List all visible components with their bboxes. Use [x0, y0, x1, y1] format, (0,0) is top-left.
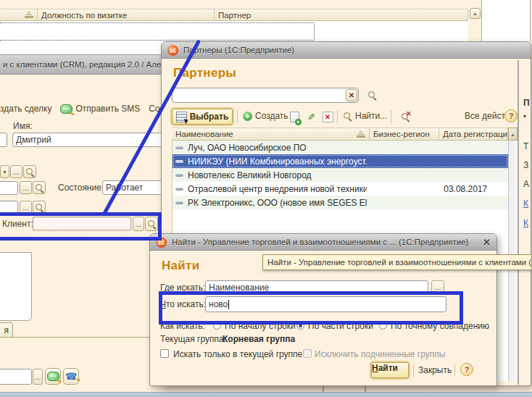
phone-icon: ☎: [65, 372, 77, 381]
partner-date: 03.08.2017: [439, 184, 508, 194]
right-fragment: З: [523, 160, 528, 170]
right-panel-clipped: П Т З А К К: [519, 60, 530, 385]
search-icon: [25, 167, 35, 177]
partner-name: Новотелекс Великий Новгород: [188, 170, 367, 180]
help-button[interactable]: ?: [504, 109, 518, 122]
partners-window-title: Партнеры (1С:Предприятие): [183, 46, 525, 54]
ellipsis-label: ...: [22, 204, 28, 212]
checkbox-current-group-label[interactable]: Искать только в текущей группе: [173, 349, 302, 359]
column-header-date[interactable]: Дата регистрации: [439, 128, 508, 141]
send-sms-button[interactable]: Отправить SMS: [60, 104, 140, 114]
find-button[interactable]: Найти...: [343, 111, 387, 121]
bg-bottom-input[interactable]: [0, 369, 32, 385]
search-button[interactable]: [23, 165, 36, 178]
column-header-name[interactable]: Наименование: [172, 128, 370, 141]
close-button[interactable]: ✕: [483, 237, 491, 248]
cancel-search-button[interactable]: ✕: [396, 109, 414, 125]
search-button[interactable]: [33, 181, 46, 194]
toolbar-separator: [237, 110, 238, 123]
scroll-up-icon: ▲: [510, 132, 515, 137]
tab-fragment-label: я: [4, 325, 9, 335]
button-separator: [454, 364, 455, 377]
delete-button[interactable]: ✕: [320, 109, 336, 125]
call-phone-button[interactable]: ☎: [63, 368, 79, 385]
partners-titlebar[interactable]: 1С Партнеры (1С:Предприятие): [162, 42, 531, 59]
current-group-value: Корневая группа: [223, 334, 295, 344]
col-date-label: Дата регистрации: [443, 130, 508, 138]
annotation-rect-client: [0, 212, 162, 241]
help-icon: ?: [504, 109, 518, 122]
close-dialog-button[interactable]: Закрыть: [418, 365, 452, 375]
checkbox-exclude-subgroups-label: Исключить подчиненные группы: [315, 349, 445, 359]
search-icon[interactable]: [367, 91, 377, 100]
find-dialog-titlebar[interactable]: 1С Найти - Управление торговлей и взаимо…: [150, 234, 496, 251]
close-icon: ✕: [349, 91, 354, 99]
tooltip-text: Найти - Управление торговлей и взаимоотн…: [267, 258, 532, 267]
find-submit-label: Найти: [372, 363, 398, 373]
create-group-button[interactable]: [286, 109, 302, 125]
checkbox-exclude-subgroups[interactable]: [303, 349, 312, 358]
toolbar-separator: [337, 110, 338, 123]
find-submit-button[interactable]: Найти: [371, 362, 409, 378]
1c-app-icon: 1С: [167, 45, 178, 56]
bg-table-header-partner[interactable]: Партнер: [215, 9, 468, 21]
state-input[interactable]: Работает: [102, 180, 170, 195]
screen: Должность по визитке Партнер ▲ и с клиен…: [0, 0, 532, 397]
clear-search-button[interactable]: ✕: [346, 89, 357, 101]
send-sms-icon-button[interactable]: [45, 368, 61, 385]
col-region-label: Бизнес-регион: [373, 130, 430, 138]
right-fragment: Т: [523, 141, 528, 151]
find-button-label: Найти...: [355, 111, 387, 121]
cancel-search-icon: ✕: [401, 112, 410, 122]
current-group-label: Текущая группа:: [160, 334, 226, 344]
name-label: Имя:: [13, 121, 33, 131]
create-deal-button[interactable]: здать сделку: [0, 104, 51, 114]
partner-item-icon: [175, 146, 183, 149]
table-row[interactable]: РК Электроникс, ООО (новое имя SEGES Ele…: [173, 196, 508, 209]
chevron-down-icon: ▼: [2, 170, 7, 175]
bg-scroll-up-button[interactable]: ▲: [470, 8, 481, 19]
right-fragment: П: [523, 98, 530, 108]
ellipsis-label: ...: [22, 184, 28, 192]
right-fragment: А: [523, 179, 529, 189]
edit-button[interactable]: ✎: [304, 109, 318, 125]
bg-table-empty-row[interactable]: [0, 22, 315, 41]
table-row-selected[interactable]: НИИКЭУ (НИИ Комбинированных энергоуст...: [173, 154, 508, 168]
toolbar-separator: [391, 110, 391, 123]
column-header-region[interactable]: Бизнес-регион: [370, 128, 439, 141]
bg-table-header-position[interactable]: Должность по визитке: [38, 9, 215, 21]
partners-quick-search-input[interactable]: [172, 88, 359, 103]
select-button-label: Выбрать: [190, 112, 229, 122]
checkbox-current-group[interactable]: [160, 349, 169, 358]
right-fragment-link[interactable]: К: [523, 218, 528, 228]
name-value: Дмитрий: [16, 135, 51, 145]
select-button[interactable]: Выбрать: [172, 109, 233, 125]
ellipsis-label: ...: [435, 283, 441, 291]
new-folder-icon: [290, 112, 299, 122]
table-row[interactable]: Отраслевой центр внедрения новой техники…: [173, 182, 508, 196]
bg-table-header-icon-col[interactable]: [0, 9, 38, 21]
search-icon: [35, 183, 44, 193]
table-scroll-up-button[interactable]: ▲: [508, 128, 518, 141]
bg-tab-fragment[interactable]: я: [0, 322, 13, 337]
partner-item-icon: [175, 174, 183, 177]
table-row[interactable]: Луч, ОАО Новосибирское ПО: [173, 141, 508, 154]
help-button[interactable]: ?: [460, 363, 473, 376]
partner-name: РК Электроникс, ООО (новое имя SEGES Ele…: [188, 198, 367, 208]
right-fragment-link[interactable]: К: [523, 198, 528, 209]
create-button[interactable]: + Создать: [243, 111, 288, 121]
table-row[interactable]: Новотелекс Великий Новгород: [173, 168, 508, 182]
left-cut-input[interactable]: [0, 133, 7, 147]
ellipsis-label: ...: [13, 168, 19, 176]
dropdown-button[interactable]: ▼: [0, 165, 9, 178]
bg-titlebar-text: и с клиентами (CRM), редакция 2.0 / Алек…: [3, 60, 169, 69]
ellipsis-button[interactable]: ...: [10, 165, 22, 178]
ellipsis-button[interactable]: ...: [20, 181, 32, 194]
left-cut-input[interactable]: [0, 181, 18, 195]
tooltip: Найти - Управление торговлей и взаимоотн…: [262, 254, 532, 270]
scroll-up-icon: ▲: [473, 11, 478, 16]
bg-titlebar-fragment[interactable]: и с клиентами (CRM), редакция 2.0 / Алек…: [0, 54, 167, 75]
search-icon: [35, 203, 44, 212]
pencil-icon: ✎: [307, 112, 315, 122]
ellipsis-button[interactable]: ...: [33, 369, 43, 385]
